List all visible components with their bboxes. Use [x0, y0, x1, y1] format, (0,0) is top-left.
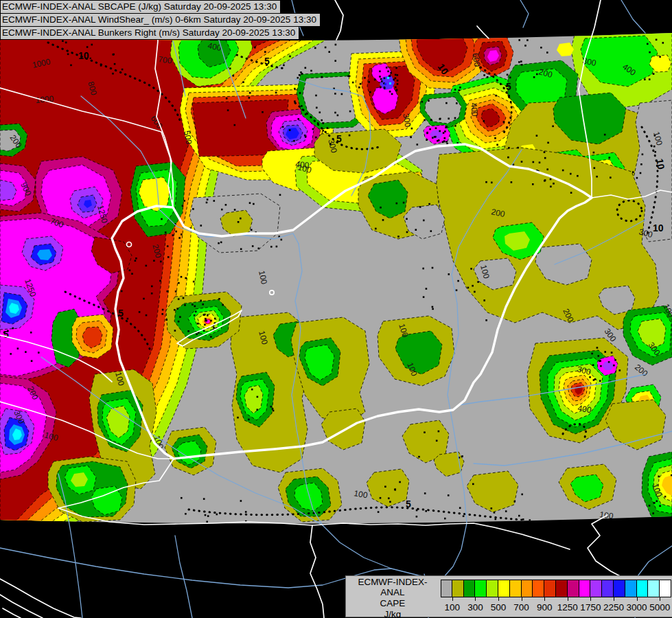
storm-motion-dot: [570, 192, 572, 194]
storm-motion-dot: [380, 207, 382, 209]
storm-motion-dot: [240, 248, 242, 250]
storm-motion-dot: [204, 324, 206, 326]
storm-motion-dot: [394, 488, 396, 490]
storm-motion-dot: [178, 298, 180, 300]
storm-motion-dot: [204, 314, 206, 316]
storm-motion-dot: [270, 246, 273, 248]
storm-motion-dot: [483, 120, 485, 122]
storm-motion-dot: [175, 290, 177, 293]
storm-motion-dot: [194, 306, 196, 308]
storm-motion-dot: [167, 245, 169, 247]
color-scale-cell-dred: [556, 580, 568, 597]
storm-motion-dot: [176, 308, 178, 310]
storm-motion-dot: [206, 202, 208, 204]
storm-motion-dot: [127, 318, 129, 320]
color-scale-cell-pcyan: [648, 580, 660, 597]
storm-motion-dot: [495, 95, 497, 97]
color-scale-cell-dgreen: [464, 580, 476, 597]
storm-motion-dot: [552, 126, 554, 128]
storm-motion-dot: [459, 89, 461, 91]
storm-motion-dot: [225, 204, 227, 206]
storm-motion-dot: [358, 87, 360, 89]
storm-motion-dot: [389, 91, 391, 93]
storm-motion-dot: [218, 298, 220, 300]
storm-motion-dot: [214, 318, 216, 320]
contour-label: 400: [469, 102, 480, 117]
storm-motion-dot: [216, 514, 218, 516]
storm-motion-dot: [112, 73, 114, 75]
storm-motion-dot: [494, 137, 496, 139]
storm-motion-dot: [518, 61, 520, 63]
storm-motion-dot: [193, 281, 195, 283]
storm-motion-dot: [254, 47, 256, 49]
storm-motion-dot: [544, 180, 546, 182]
storm-motion-dot: [415, 229, 417, 231]
storm-motion-dot: [472, 285, 474, 287]
storm-motion-dot: [423, 296, 425, 298]
storm-motion-dot: [505, 510, 507, 512]
storm-motion-dot: [424, 431, 426, 433]
storm-motion-dot: [289, 56, 291, 58]
scale-label: 900: [537, 602, 553, 613]
storm-motion-dot: [432, 267, 434, 269]
storm-motion-dot: [237, 221, 240, 223]
storm-motion-dot: [321, 76, 323, 78]
storm-motion-dot: [294, 100, 296, 102]
storm-motion-dot: [485, 319, 487, 321]
storm-motion-dot: [474, 291, 476, 293]
storm-motion-dot: [436, 440, 438, 442]
storm-motion-dot: [546, 52, 548, 54]
storm-motion-dot: [389, 75, 391, 77]
storm-motion-dot: [467, 287, 470, 289]
storm-motion-dot: [649, 52, 651, 54]
storm-motion-dot: [205, 318, 207, 320]
storm-motion-dot: [508, 95, 510, 97]
storm-motion-dot: [374, 79, 376, 81]
storm-motion-dot: [521, 494, 523, 496]
storm-motion-dot: [477, 281, 479, 283]
storm-motion-dot: [656, 39, 658, 41]
shear-label: 5: [264, 56, 270, 67]
storm-motion-dot: [378, 511, 380, 513]
storm-motion-dot: [12, 328, 14, 330]
storm-motion-dot: [381, 80, 383, 82]
storm-motion-dot: [426, 139, 428, 141]
storm-motion-dot: [658, 476, 660, 478]
color-scale-cell-ygreen: [487, 580, 498, 597]
storm-motion-dot: [114, 63, 116, 65]
storm-motion-dot: [514, 501, 516, 503]
storm-motion-dot: [439, 118, 441, 120]
storm-motion-dot: [444, 518, 446, 520]
storm-motion-dot: [459, 507, 461, 509]
color-scale-cell-blue: [614, 580, 625, 597]
storm-motion-dot: [562, 170, 564, 172]
storm-motion-dot: [664, 496, 667, 498]
storm-motion-dot: [470, 268, 472, 270]
storm-motion-dot: [222, 304, 224, 306]
storm-motion-dot: [613, 365, 615, 367]
storm-motion-dot: [532, 183, 534, 185]
storm-motion-dot: [520, 60, 522, 62]
legend-unit-label: J/kg: [346, 609, 439, 618]
storm-motion-dot: [550, 185, 552, 187]
storm-motion-dot: [221, 209, 223, 211]
scale-label: 100: [445, 602, 461, 613]
storm-motion-dot: [159, 280, 161, 282]
storm-motion-dot: [17, 347, 19, 350]
storm-motion-dot: [10, 353, 12, 355]
storm-motion-dot: [321, 119, 323, 122]
storm-motion-dot: [494, 512, 496, 514]
storm-motion-dot: [386, 67, 388, 69]
storm-motion-dot: [397, 80, 399, 82]
storm-motion-dot: [388, 497, 390, 499]
storm-motion-dot: [301, 105, 303, 107]
storm-motion-dot: [207, 515, 209, 517]
storm-motion-dot: [310, 70, 312, 72]
storm-motion-dot: [546, 168, 548, 170]
storm-motion-dot: [389, 501, 391, 503]
legend-param-label: CAPE: [346, 598, 439, 608]
scale-tick: [568, 597, 568, 601]
storm-motion-dot: [202, 304, 204, 306]
storm-motion-dot: [445, 141, 448, 143]
storm-motion-dot: [270, 406, 273, 408]
